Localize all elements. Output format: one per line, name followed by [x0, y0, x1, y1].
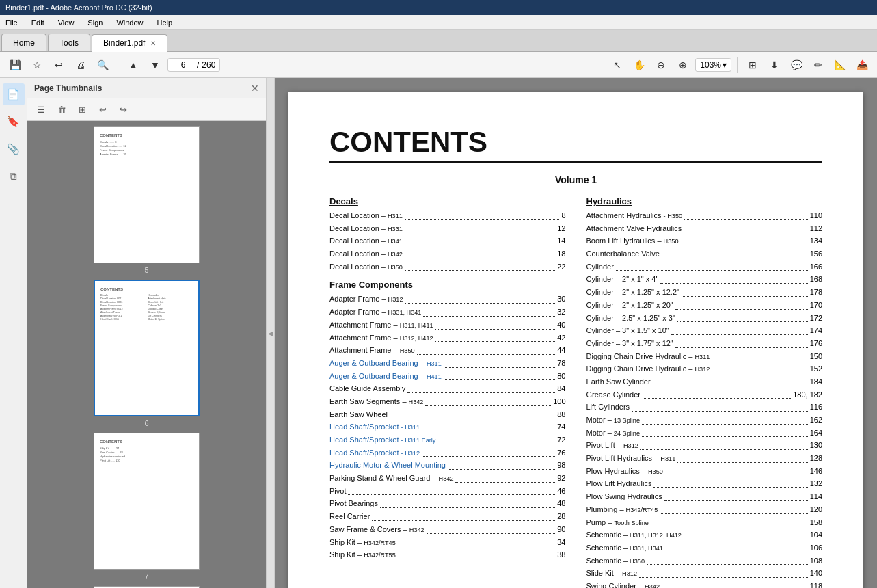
sidebar-undo-button[interactable]: ↩ — [94, 101, 111, 118]
toc-attach-hydr: Attachment Hydraulics - H350110 — [586, 209, 823, 222]
toc-cable-guide: Cable Guide Assembly84 — [329, 382, 566, 395]
toc-motor-24: Motor – 24 Spline164 — [586, 427, 823, 440]
thumb-num-5: 5 — [144, 266, 148, 274]
pdf-area[interactable]: CONTENTS Volume 1 Decals Decal Location … — [275, 78, 877, 588]
toc-auger-h411: Auger & Outboard Bearing – H41180 — [329, 370, 566, 383]
page-input[interactable]: 6 — [172, 60, 194, 70]
view-options-button[interactable]: ⊞ — [743, 55, 762, 75]
bookmark-add-button[interactable]: ☆ — [27, 55, 46, 75]
tab-tools-label: Tools — [59, 38, 79, 48]
cursor-tool[interactable]: ↖ — [608, 55, 627, 75]
toc-lift-cyl: Lift Cylinders116 — [586, 401, 823, 414]
toc-cylinder-3x175x12: Cylinder – 3" x 1.75" x 12"176 — [586, 337, 823, 350]
title-bar: Binder1.pdf - Adobe Acrobat Pro DC (32-b… — [0, 0, 877, 15]
col-left: Decals Decal Location – H3118 Decal Loca… — [329, 196, 566, 588]
annotations-icon[interactable]: 📎 — [3, 138, 25, 160]
export-button[interactable]: ⬇ — [765, 55, 784, 75]
toolbar: 💾 ☆ ↩ 🖨 🔍 ▲ ▼ 6 / 260 ↖ ✋ ⊖ ⊕ 103% ▾ ⊞ ⬇… — [0, 52, 877, 78]
comment-button[interactable]: 💬 — [787, 55, 806, 75]
menu-edit[interactable]: Edit — [29, 17, 47, 28]
zoom-level: 103% — [700, 60, 721, 70]
toc-plow-hydr-h350: Plow Hydraulics – H350146 — [586, 465, 823, 478]
menu-help[interactable]: Help — [154, 17, 176, 28]
toc-cylinder: Cylinder166 — [586, 260, 823, 273]
sidebar-redo-button[interactable]: ↪ — [115, 101, 131, 118]
hand-tool[interactable]: ✋ — [630, 55, 649, 75]
save-button[interactable]: 💾 — [5, 55, 25, 75]
toc-attach-h312-h412: Attachment Frame – H312, H41242 — [329, 332, 566, 345]
zoom-in-button[interactable]: ⊕ — [673, 55, 692, 75]
tab-close-icon[interactable]: ✕ — [150, 40, 156, 47]
prev-page-button[interactable]: ▲ — [124, 55, 143, 75]
toc-attach-valve-hydr: Attachment Valve Hydraulics112 — [586, 222, 823, 235]
toc-pivot-lift-hydr-h311: Pivot Lift Hydraulics – H311128 — [586, 452, 823, 465]
share-button[interactable]: 📤 — [852, 55, 872, 75]
print-button[interactable]: 🖨 — [71, 55, 90, 75]
tab-home[interactable]: Home — [1, 34, 46, 51]
zoom-out-button[interactable]: ⊖ — [651, 55, 671, 75]
toc-hydraulic-motor: Hydraulic Motor & Wheel Mounting98 — [329, 459, 566, 472]
section-frame: Frame Components — [329, 280, 566, 290]
toc-schematic-h350: Schematic – H350108 — [586, 554, 823, 567]
sidebar-delete-button[interactable]: 🗑 — [53, 101, 70, 118]
collapse-handle[interactable]: ◀ — [267, 78, 275, 588]
thumb-page-7[interactable]: CONTENTS Ship Kit ....... 34Reel Carrier… — [94, 433, 200, 570]
tab-bar: Home Tools Binder1.pdf ✕ — [0, 30, 877, 52]
toc-counterbalance: Counterbalance Valve156 — [586, 248, 823, 260]
toc-digging-h312: Digging Chain Drive Hydraulic – H312152 — [586, 362, 823, 375]
menu-file[interactable]: File — [3, 17, 21, 28]
menu-sign[interactable]: Sign — [85, 17, 105, 28]
sidebar-scroll[interactable]: CONTENTS Decals ....... 8Decal Location … — [27, 121, 266, 588]
toc-decal-h342: Decal Location – H34218 — [329, 248, 566, 260]
sidebar-header: Page Thumbnails ✕ — [27, 78, 266, 98]
sidebar-close-button[interactable]: ✕ — [251, 83, 259, 94]
toc-decal-h331: Decal Location – H33112 — [329, 222, 566, 235]
toc-schematic-h311: Schematic – H311, H312, H412104 — [586, 529, 823, 542]
contents-title: CONTENTS — [329, 126, 822, 163]
toc-boom-lift-hydr: Boom Lift Hydraulics – H350134 — [586, 235, 823, 248]
toc-digging-h311: Digging Chain Drive Hydraulic – H311150 — [586, 350, 823, 363]
toc-pump: Pump – Tooth Spline158 — [586, 516, 823, 529]
menu-view[interactable]: View — [55, 17, 77, 28]
zoom-dropdown-icon[interactable]: ▾ — [723, 60, 727, 70]
toc-grease-cyl: Grease Cylinder180, 182 — [586, 388, 823, 401]
toc-earth-saw-cyl: Earth Saw Cylinder184 — [586, 375, 823, 388]
layers-icon[interactable]: ⧉ — [3, 165, 25, 187]
volume-title: Volume 1 — [329, 174, 822, 185]
thumb-num-7: 7 — [144, 572, 148, 580]
tab-tools[interactable]: Tools — [48, 34, 90, 51]
menu-window[interactable]: Window — [113, 17, 146, 28]
undo-button[interactable]: ↩ — [49, 55, 68, 75]
toc-decal-h311: Decal Location – H3118 — [329, 209, 566, 222]
annotate-button[interactable]: ✏ — [809, 55, 828, 75]
section-decals: Decals — [329, 196, 566, 206]
sidebar: Page Thumbnails ✕ ☰ 🗑 ⊞ ↩ ↪ CONTENTS Dec… — [27, 78, 267, 588]
toc-head-shaft-h311: Head Shaft/Sprocket - H31174 — [329, 420, 566, 433]
bookmarks-icon[interactable]: 🔖 — [3, 111, 25, 133]
zoom-control[interactable]: 103% ▾ — [695, 58, 731, 72]
toc-motor-13: Motor – 13 Spline162 — [586, 414, 823, 427]
sidebar-insert-button[interactable]: ⊞ — [74, 101, 90, 118]
title-bar-text: Binder1.pdf - Adobe Acrobat Pro DC (32-b… — [5, 3, 152, 12]
thumb-container-6: CONTENTS DecalsDecal Location H311 Decal… — [33, 280, 260, 427]
sidebar-menu-button[interactable]: ☰ — [33, 101, 49, 118]
page-nav: 6 / 260 — [167, 58, 220, 72]
thumbnails-icon[interactable]: 📄 — [3, 83, 25, 105]
thumb-page-6[interactable]: CONTENTS DecalsDecal Location H311 Decal… — [94, 280, 200, 416]
sidebar-toolbar: ☰ 🗑 ⊞ ↩ ↪ — [27, 98, 266, 121]
search-button[interactable]: 🔍 — [93, 55, 112, 75]
thumb-container-5: CONTENTS Decals ....... 8Decal Location … — [33, 126, 260, 274]
toc-head-shaft-h312: Head Shaft/Sprocket - H31276 — [329, 446, 566, 459]
tab-binder[interactable]: Binder1.pdf ✕ — [92, 34, 167, 52]
toc-ship-kit-h342-rt55: Ship Kit – H342/RT5538 — [329, 548, 566, 561]
toc-ship-kit-h342-rt45: Ship Kit – H342/RT4534 — [329, 536, 566, 549]
measure-button[interactable]: 📐 — [831, 55, 850, 75]
toolbar-sep-1 — [118, 57, 118, 73]
toc-earth-saw-wheel: Earth Saw Wheel88 — [329, 408, 566, 421]
section-hydraulics: Hydraulics — [586, 196, 823, 206]
next-page-button[interactable]: ▼ — [146, 55, 165, 75]
thumb-page-5[interactable]: CONTENTS Decals ....... 8Decal Location … — [94, 126, 200, 263]
toc-plow-swing-hydr: Plow Swing Hydraulics114 — [586, 490, 823, 503]
toc-reel-carrier: Reel Carrier28 — [329, 510, 566, 523]
toc-cylinder-2x125x20: Cylinder – 2" x 1.25" x 20"170 — [586, 299, 823, 312]
